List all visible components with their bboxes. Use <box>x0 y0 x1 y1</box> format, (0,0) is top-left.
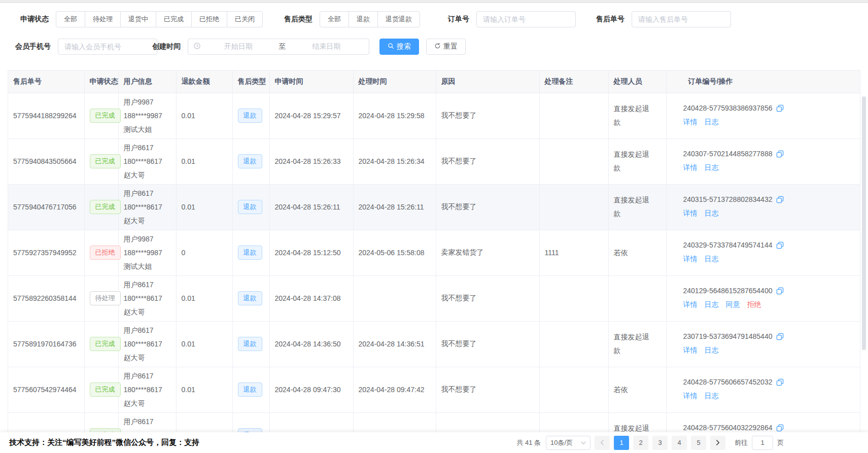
cell-order-actions: 240428-5775938386937856详情日志 <box>666 93 860 138</box>
order-no-input[interactable] <box>476 11 576 27</box>
status-filter-option[interactable]: 待处理 <box>85 11 121 27</box>
cell-type: 退款 <box>232 275 269 321</box>
footer-bar: 技术支持：关注“编写美好前程”微信公众号，回复：支持 共 41 条 10条/页 … <box>0 432 868 453</box>
cell-user-info: 用户8617180****8617赵大哥 <box>118 138 176 184</box>
action-link-日志[interactable]: 日志 <box>705 300 719 309</box>
cell-user-info: 用户9987188****9987测试大姐 <box>118 230 176 275</box>
cell-order-actions: 240329-5733784749574144详情日志 <box>666 230 860 275</box>
cell-status: 已完成 <box>84 138 118 184</box>
table-scrollbar[interactable] <box>862 96 866 350</box>
action-link-日志[interactable]: 日志 <box>705 255 719 264</box>
copy-icon[interactable] <box>776 333 784 340</box>
table-row: 5775940476717056已完成用户8617180****8617赵大哥0… <box>8 184 860 230</box>
type-badge: 退款 <box>238 337 262 351</box>
date-range-separator: 至 <box>276 42 289 51</box>
action-link-日志[interactable]: 日志 <box>705 209 719 218</box>
cell-refund-amount: 0.01 <box>176 93 232 138</box>
member-phone-input[interactable] <box>58 39 157 55</box>
type-badge: 退款 <box>238 246 262 260</box>
status-badge: 已完成 <box>90 200 121 214</box>
cell-type: 退款 <box>232 230 269 275</box>
status-filter-option[interactable]: 退货中 <box>120 11 156 27</box>
prev-page-button[interactable] <box>595 436 610 450</box>
cell-status: 已完成 <box>84 93 118 138</box>
cell-type: 退款 <box>232 321 269 367</box>
cell-aftersale-no: 5775940843505664 <box>8 138 84 184</box>
order-number-line: 240428-5775604032292864 <box>683 422 856 432</box>
copy-icon[interactable] <box>776 241 784 249</box>
user-info-lines: 用户8617180****8617赵大哥 <box>124 141 171 182</box>
cell-handle-remark <box>539 275 608 321</box>
order-number: 240428-5775938386937856 <box>683 104 773 112</box>
cell-aftersale-no: 5775891970164736 <box>8 321 84 367</box>
user-info-line: 用户9987 <box>124 95 171 109</box>
status-filter-option[interactable]: 全部 <box>56 11 85 27</box>
end-date-input[interactable]: 结束日期 <box>289 42 364 51</box>
cell-reason: 我不想要了 <box>436 184 539 230</box>
page-size-select[interactable]: 10条/页 <box>546 436 591 450</box>
copy-icon[interactable] <box>776 424 784 432</box>
aftersale-management-page: 申请状态 全部待处理退货中已完成已拒绝已关闭 售后类型 全部退款退货退款 订单号… <box>0 0 868 453</box>
action-link-详情[interactable]: 详情 <box>683 300 698 309</box>
copy-icon[interactable] <box>776 378 784 386</box>
action-link-日志[interactable]: 日志 <box>705 392 719 401</box>
copy-icon[interactable] <box>776 287 784 295</box>
next-page-button[interactable] <box>710 436 725 450</box>
status-filter-label: 申请状态 <box>20 15 49 24</box>
action-link-详情[interactable]: 详情 <box>683 209 698 218</box>
type-badge: 退款 <box>238 154 262 168</box>
user-info-line: 赵大哥 <box>124 214 171 228</box>
page-button-2[interactable]: 2 <box>633 436 648 450</box>
order-number-line: 240129-5648615287654400 <box>683 285 856 296</box>
action-link-详情[interactable]: 详情 <box>683 163 698 172</box>
row-action-links: 详情日志 <box>683 117 856 128</box>
type-filter-option[interactable]: 退货退款 <box>377 11 420 27</box>
page-number-list: 12345 <box>614 436 706 450</box>
action-link-日志[interactable]: 日志 <box>705 346 719 355</box>
row-action-links: 详情日志 <box>683 208 856 219</box>
action-link-日志[interactable]: 日志 <box>705 163 719 172</box>
page-button-5[interactable]: 5 <box>691 436 706 450</box>
action-link-同意[interactable]: 同意 <box>726 300 740 309</box>
type-filter-option[interactable]: 退款 <box>349 11 378 27</box>
row-action-links: 详情日志 <box>683 391 856 402</box>
aftersale-no-input[interactable] <box>632 11 731 27</box>
user-info-lines: 用户8617180****8617赵大哥 <box>124 187 171 228</box>
action-link-详情[interactable]: 详情 <box>683 255 698 264</box>
page-button-4[interactable]: 4 <box>672 436 687 450</box>
status-filter-option[interactable]: 已拒绝 <box>191 11 227 27</box>
order-box: 240428-5775606657452032详情日志 <box>672 376 856 403</box>
action-link-详情[interactable]: 详情 <box>683 346 698 355</box>
copy-icon[interactable] <box>776 196 784 203</box>
copy-icon[interactable] <box>776 104 784 112</box>
start-date-input[interactable]: 开始日期 <box>201 42 276 51</box>
handler-text: 直接发起退款 <box>614 193 652 221</box>
search-button[interactable]: 搜索 <box>379 39 419 55</box>
cell-aftersale-no: 5775892260358144 <box>8 275 84 321</box>
copy-icon[interactable] <box>776 150 784 158</box>
type-filter-option[interactable]: 全部 <box>320 11 349 27</box>
cell-status: 已完成 <box>84 321 118 367</box>
action-link-拒绝[interactable]: 拒绝 <box>747 300 761 309</box>
order-box: 240329-5733784749574144详情日志 <box>672 239 856 266</box>
order-number-line: 240428-5775606657452032 <box>683 376 856 388</box>
create-time-range-picker[interactable]: 开始日期 至 结束日期 <box>188 39 369 55</box>
page-button-1[interactable]: 1 <box>614 436 629 450</box>
cell-handle-remark <box>539 138 608 184</box>
order-number-line: 230719-5373694791485440 <box>683 331 856 342</box>
filter-panel: 申请状态 全部待处理退货中已完成已拒绝已关闭 售后类型 全部退款退货退款 订单号… <box>0 3 868 55</box>
action-link-日志[interactable]: 日志 <box>705 118 719 127</box>
cell-user-info: 用户8617180****8617赵大哥 <box>118 367 176 412</box>
reset-button[interactable]: 重置 <box>426 39 466 55</box>
order-number-line: 240307-5702144858277888 <box>683 148 856 159</box>
goto-page-input[interactable] <box>752 436 773 450</box>
cell-handle-remark <box>539 412 608 432</box>
action-link-详情[interactable]: 详情 <box>683 118 698 127</box>
cell-apply-time: 2024-04-28 15:12:50 <box>269 230 353 275</box>
action-link-详情[interactable]: 详情 <box>683 392 698 401</box>
page-button-3[interactable]: 3 <box>652 436 668 450</box>
status-filter-option[interactable]: 已完成 <box>156 11 192 27</box>
user-info-line: 赵大哥 <box>124 351 171 365</box>
status-filter-option[interactable]: 已关闭 <box>227 11 263 27</box>
order-number: 240129-5648615287654400 <box>683 287 773 295</box>
